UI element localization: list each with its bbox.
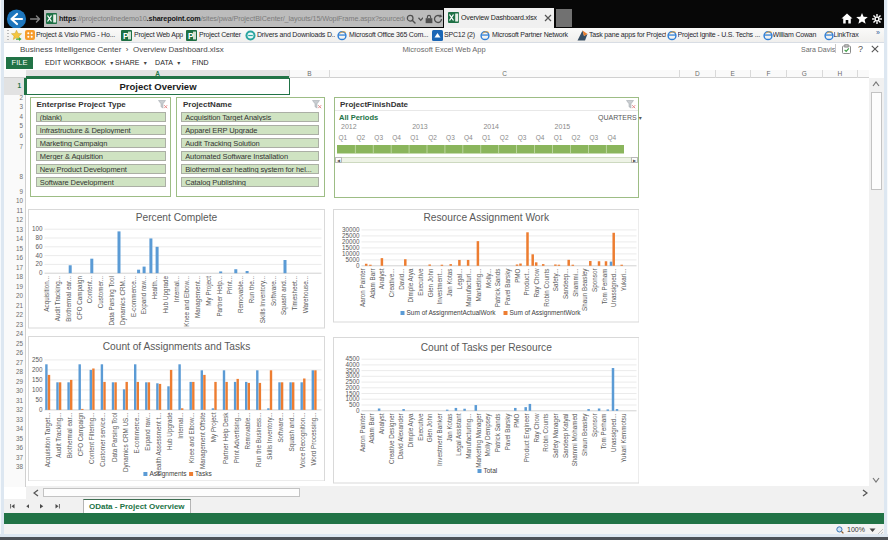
svg-text:Jan Kotas: Jan Kotas (445, 414, 452, 442)
svg-text:Marketing Manager: Marketing Manager (474, 414, 482, 468)
svg-text:Manufacturi...: Manufacturi... (465, 268, 472, 306)
svg-text:Sponsor: Sponsor (590, 414, 598, 437)
svg-text:Sponsor: Sponsor (590, 269, 598, 292)
svg-text:Analyst: Analyst (378, 413, 386, 434)
svg-text:Knee and Elbow...: Knee and Elbow... (183, 276, 190, 327)
svg-text:Shammi...: Shammi... (571, 268, 578, 297)
svg-text:Data Parsing Tool: Data Parsing Tool (110, 412, 118, 462)
svg-text:Aaron Painter: Aaron Painter (358, 414, 365, 453)
svg-text:Creative Designer: Creative Designer (387, 414, 395, 464)
svg-text:Legal...: Legal... (455, 268, 463, 289)
svg-text:Executive: Executive (416, 413, 423, 441)
svg-text:Manufacturing...: Manufacturing... (465, 413, 473, 458)
svg-text:Assignments: Assignments (149, 470, 187, 478)
svg-text:Count of Assignments and Tasks: Count of Assignments and Tasks (102, 340, 250, 351)
svg-text:Print...: Print... (226, 276, 233, 294)
svg-text:Skills Inventory...: Skills Inventory... (258, 276, 266, 323)
svg-text:Safety...: Safety... (552, 268, 560, 291)
svg-text:Expand raw...: Expand raw... (140, 276, 148, 314)
svg-text:Skills Inventory...: Skills Inventory... (265, 412, 273, 459)
svg-text:Aaron Painter: Aaron Painter (359, 269, 366, 308)
svg-text:Yukari Kemmotsu: Yukari Kemmotsu (619, 413, 626, 463)
svg-text:Product...: Product... (523, 268, 530, 295)
svg-text:Sum of AssignmentWork: Sum of AssignmentWork (509, 309, 581, 317)
svg-text:Content Filtering...: Content Filtering... (88, 412, 96, 464)
svg-text:Audit Tracking...: Audit Tracking... (54, 276, 62, 321)
svg-text:Customer...: Customer... (97, 276, 104, 308)
svg-text:0: 0 (355, 262, 359, 269)
svg-text:Yukari...: Yukari... (619, 268, 626, 291)
svg-text:Biothermal ear...: Biothermal ear... (64, 276, 71, 322)
svg-text:My Project: My Project (204, 276, 212, 306)
svg-text:Customer service...: Customer service... (99, 412, 106, 466)
svg-text:Partner Help Desk: Partner Help Desk (221, 411, 229, 463)
svg-text:Ray Chow: Ray Chow (532, 413, 540, 442)
svg-text:Shaun Beasley: Shaun Beasley (581, 413, 589, 456)
svg-text:CFO Campaign: CFO Campaign (77, 412, 85, 456)
svg-text:Voice Recognition...: Voice Recognition... (299, 412, 307, 468)
svg-text:David...: David... (397, 268, 404, 290)
svg-text:PMO: PMO (513, 413, 520, 427)
svg-text:Word Processing...: Word Processing... (310, 412, 318, 465)
svg-text:Count of Tasks per Resource: Count of Tasks per Resource (420, 342, 552, 353)
svg-text:Health...: Health... (151, 276, 158, 300)
svg-text:Adam Barr: Adam Barr (368, 414, 375, 444)
svg-text:Data Parsing Tool: Data Parsing Tool (108, 276, 116, 326)
svg-text:Dynamics CRM...: Dynamics CRM... (118, 276, 126, 325)
svg-text:Investment...: Investment... (436, 268, 443, 304)
svg-text:250: 250 (31, 355, 42, 362)
svg-text:Molly...: Molly... (484, 268, 492, 288)
svg-text:Patrick Sands: Patrick Sands (494, 269, 501, 308)
svg-text:150: 150 (31, 375, 42, 382)
svg-text:0: 0 (38, 405, 42, 412)
svg-text:Dimple Arya: Dimple Arya (407, 413, 415, 447)
svg-text:Run the Business...: Run the Business... (254, 412, 261, 467)
svg-text:CFO Campaign: CFO Campaign (75, 276, 83, 320)
svg-text:200: 200 (31, 365, 42, 372)
svg-text:Molly Dempsey: Molly Dempsey (484, 413, 492, 457)
svg-text:Software...: Software... (277, 412, 284, 442)
svg-text:Internal...: Internal... (177, 412, 184, 439)
svg-text:Resource Assignment Work: Resource Assignment Work (423, 212, 549, 223)
svg-text:Management...: Management... (194, 276, 202, 318)
svg-text:20: 20 (35, 260, 43, 267)
svg-text:Percent Complete: Percent Complete (135, 212, 217, 223)
svg-text:Squash and...: Squash and... (280, 276, 288, 315)
svg-text:40: 40 (35, 252, 43, 259)
svg-text:Software...: Software... (269, 276, 276, 306)
svg-text:Content...: Content... (86, 276, 93, 304)
svg-text:Audit Tracking...: Audit Tracking... (55, 412, 63, 457)
svg-text:My Project: My Project (210, 412, 218, 442)
svg-text:Marketing...: Marketing... (474, 268, 482, 301)
svg-text:Squash and...: Squash and... (288, 412, 296, 451)
svg-text:P: P (123, 31, 129, 41)
svg-text:Executive: Executive (416, 268, 423, 296)
svg-text:Run the...: Run the... (248, 276, 255, 304)
svg-text:Tom Perham: Tom Perham (600, 414, 607, 450)
svg-text:E-commerce...: E-commerce... (129, 276, 136, 317)
svg-text:Biothermal ear...: Biothermal ear... (66, 412, 73, 458)
svg-text:Creative...: Creative... (387, 268, 394, 297)
svg-text:Tom Perham: Tom Perham (600, 269, 607, 305)
svg-text:Total: Total (483, 467, 497, 474)
svg-text:P: P (188, 31, 194, 41)
svg-text:Partner Help...: Partner Help... (215, 276, 223, 317)
svg-text:Glen John: Glen John (426, 413, 433, 442)
svg-text:Internal...: Internal... (172, 276, 179, 303)
svg-text:100: 100 (31, 225, 42, 232)
svg-text:Hub Upgrade: Hub Upgrade (166, 412, 174, 450)
svg-text:Pavel Barsky: Pavel Barsky (503, 413, 511, 451)
svg-text:100: 100 (31, 385, 42, 392)
svg-text:Print Advertising...: Print Advertising... (232, 412, 240, 463)
svg-text:Knee and Elbow...: Knee and Elbow... (188, 412, 195, 463)
svg-text:Removable...: Removable... (243, 412, 250, 449)
svg-text:Acquisition...: Acquisition... (43, 276, 51, 312)
svg-text:Robin Counts: Robin Counts (542, 269, 549, 307)
svg-text:Robin Counts: Robin Counts (542, 414, 549, 452)
svg-text:Adam Barr: Adam Barr (368, 269, 375, 299)
svg-text:Hub Upgrade: Hub Upgrade (161, 276, 169, 314)
svg-text:Unassigned...: Unassigned... (610, 413, 618, 452)
svg-text:Product Engineer: Product Engineer (523, 414, 531, 463)
svg-text:Warehouse...: Warehouse... (301, 276, 308, 313)
svg-text:Acquisition Target...: Acquisition Target... (43, 412, 51, 467)
